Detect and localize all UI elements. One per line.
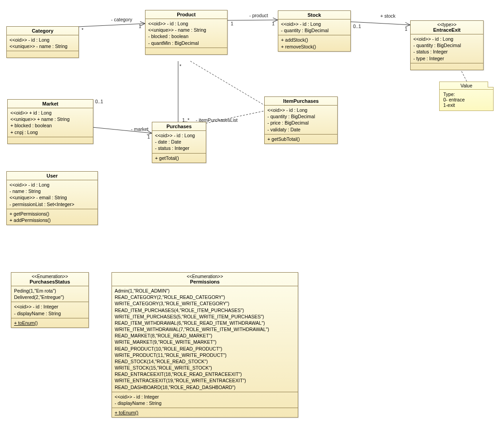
mult-one-3: 1 (272, 21, 275, 26)
class-entraceexit: <<type>> EntraceExit <<oid>> - id : Long… (410, 20, 484, 70)
class-category: Category <<oid>> - id : Long <<unique>> … (6, 26, 79, 58)
class-purchases: Purchases <<oid>> - id : Long - date : D… (152, 122, 206, 163)
svg-line-4 (190, 61, 264, 105)
itempurchases-method-subtotal: + getSubTotal() (267, 136, 334, 142)
mult-one-5: 1 (147, 134, 150, 139)
product-attr-blocked: - blocked : boolean (148, 33, 224, 39)
entraceexit-attr-quantity: - quantity : BigDecimal (413, 42, 480, 48)
mult-zero-one: 0..1 (353, 24, 361, 29)
permissions-v7: WRITE_ITEM_WITHDRAWAL(7,"ROLE_WRITE_ITEM… (115, 326, 295, 332)
class-category-title: Category (7, 27, 78, 35)
stock-attr-quantity: - quantity : BigDecimal (281, 27, 348, 34)
class-market-title: Market (8, 100, 93, 108)
purchasesstatus-v2: Delivered(2,"Entregue") (14, 294, 86, 300)
purchases-method-total: + getTotal() (155, 155, 203, 161)
permissions-v15: WRITE_ENTRACEEXIT(19,"ROLE_WRITE_ENTRACE… (115, 377, 295, 384)
permissions-v5: WRITE_ITEM_PURCHASES(5,"ROLE_WRITE_ITEM_… (115, 313, 295, 320)
permissions-a2: - displayName : String (115, 400, 295, 406)
note-title: Value (460, 83, 472, 88)
label-product-role: - product (249, 13, 268, 18)
mult-zero-one-2: 0..1 (95, 99, 103, 104)
purchasesstatus-a2: - displayName : String (14, 310, 86, 317)
svg-line-0 (78, 24, 145, 27)
class-market: Market <<oid>> + id : Long <<unique>> + … (7, 99, 93, 144)
market-attr-blocked: + blocked : boolean (10, 122, 90, 129)
note-l2: 0- entrace (443, 97, 489, 102)
purchasesstatus-a1: <<oid>> - id : Integer (14, 303, 86, 310)
label-plus-stock: + stock (380, 13, 396, 19)
class-entraceexit-title: EntraceExit (413, 27, 480, 33)
note-l1: Type: (443, 91, 489, 97)
class-purchasesstatus: <<Enumeration>> PurchasesStatus Peding(1… (11, 272, 89, 328)
product-attr-id: <<oid>> - id : Long (148, 20, 224, 27)
class-product-title: Product (145, 10, 227, 19)
permissions-v10: READ_PRODUCT(10,"ROLE_READ_PRODUCT") (115, 346, 295, 352)
permissions-v3: WRITE_CATEGORY(3,"ROLE_WRITE_CATEGORY") (115, 300, 295, 307)
class-stock: Stock <<oid>> - id : Long - quantity : B… (278, 10, 351, 52)
stock-method-remove: + removeStock() (281, 43, 348, 50)
note-fold-icon (488, 82, 494, 87)
class-itempurchases: ItemPurchases <<oid>> - id : Long - quan… (264, 96, 338, 144)
stock-attr-id: <<oid>> - id : Long (281, 21, 348, 27)
mult-star-2: * (179, 63, 181, 69)
permissions-stereo: <<Enumeration>> (115, 274, 295, 279)
note-value: Value Type: 0- entrace 1-exit (439, 82, 494, 111)
user-attr-permlist: - permissionList : Set<Integer> (10, 201, 95, 207)
stock-method-add: + addStock() (281, 37, 348, 43)
entraceexit-attr-id: <<oid>> - id : Long (413, 36, 480, 42)
product-attr-name: <<unique>> - name : String (148, 27, 224, 33)
market-attr-name: <<unique>> + name : String (10, 116, 90, 122)
itempurchases-attr-quantity: - quantity : BigDecimal (267, 113, 334, 120)
class-permissions: <<Enumeration>> Permissions Admin(1,"ROL… (111, 272, 298, 418)
user-attr-id: <<oid>> - id : Long (10, 182, 95, 188)
permissions-v9: WRITE_MARKET(9,"ROLE_WRITE_MARKET") (115, 339, 295, 345)
purchases-attr-id: <<oid>> - id : Long (155, 132, 203, 139)
permissions-v12: READ_STOCK(14,"ROLE_READ_STOCK") (115, 358, 295, 365)
market-attr-id: <<oid>> + id : Long (10, 110, 90, 116)
label-market-role: - market (131, 126, 149, 132)
class-stock-title: Stock (278, 11, 350, 19)
permissions-a1: <<oid>> - id : Integer (115, 394, 295, 400)
class-product: Product <<oid>> - id : Long <<unique>> -… (145, 10, 228, 55)
mult-one-2: 1 (231, 21, 233, 26)
class-purchases-title: Purchases (152, 122, 206, 131)
purchasesstatus-m1: + toEnum() (14, 320, 86, 326)
permissions-v14: READ_ENTRACEEXIT(18,"ROLE_READ_ENTRACEEX… (115, 371, 295, 377)
class-permissions-title: Permissions (115, 279, 295, 284)
svg-line-1 (227, 20, 278, 20)
note-l3: 1-exit (443, 102, 489, 108)
permissions-v8: READ_MARKET(8,"ROLE_READ_MARKET") (115, 332, 295, 339)
permissions-v16: READ_DASHBOARD(18,"ROLE_READ_DASHBOARD") (115, 384, 295, 390)
mult-one-1: 1 (139, 24, 141, 29)
product-attr-quantmin: - quantMin : BigDecimal (148, 40, 224, 46)
category-attr-id: <<oid>> - id : Long (10, 37, 76, 43)
mult-one-4: 1 (405, 26, 407, 32)
permissions-m1: + toEnum() (115, 409, 295, 416)
mult-star-1: * (82, 27, 83, 33)
category-attr-name: <<unique>> - name : String (10, 43, 76, 49)
class-purchasesstatus-title: PurchasesStatus (14, 279, 86, 284)
purchasesstatus-stereo: <<Enumeration>> (14, 274, 86, 279)
permissions-v13: WRITE_STOCK(15,"ROLE_WRITE_STOCK") (115, 365, 295, 371)
market-attr-cnpj: + cnpj : Long (10, 129, 90, 135)
purchases-attr-status: - status : Integer (155, 145, 203, 151)
user-attr-name: - name : String (10, 188, 95, 194)
class-itempurchases-title: ItemPurchases (265, 97, 337, 106)
itempurchases-attr-price: - price : BigDecimal (267, 120, 334, 126)
purchases-attr-date: - date : Date (155, 139, 203, 145)
itempurchases-attr-id: <<oid>> - id : Long (267, 107, 334, 113)
user-attr-email: <<unique>> - email : String (10, 194, 95, 201)
label-category-role: - category (111, 17, 132, 22)
purchasesstatus-v1: Peding(1,"Em rota") (14, 288, 86, 294)
entraceexit-attr-status: - status : Integer (413, 48, 480, 55)
entraceexit-attr-type: - type : Integer (413, 55, 480, 62)
entraceexit-stereo: <<type>> (413, 22, 480, 27)
itempurchases-attr-validaty: - validaty : Date (267, 126, 334, 133)
user-method-getperm: + getPermissions() (10, 211, 95, 217)
permissions-v2: READ_CATEGORY(2,"ROLE_READ_CATEGORY") (115, 294, 295, 300)
permissions-v1: Admin(1,"ROLE_ADMIN") (115, 288, 295, 294)
class-user-title: User (7, 172, 97, 180)
class-user: User <<oid>> - id : Long - name : String… (6, 171, 98, 225)
permissions-v11: WRITE_PRODUCT(11,"ROLE_WRITE_PRODUCT") (115, 352, 295, 358)
permissions-v6: READ_ITEM_WITHDRAWAL(6,"ROLE_READ_ITEM_W… (115, 320, 295, 326)
